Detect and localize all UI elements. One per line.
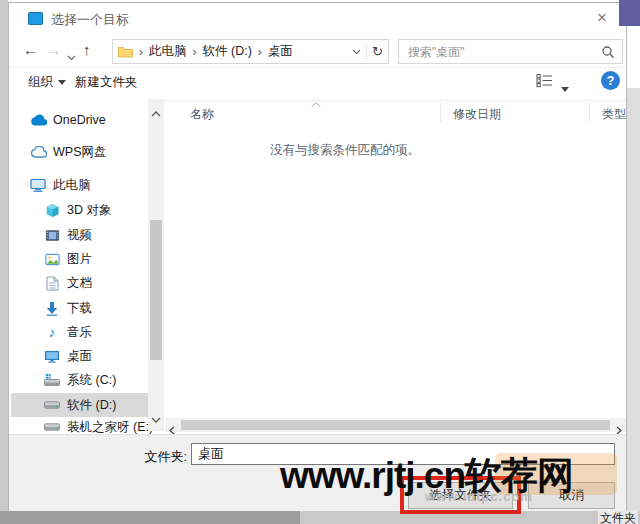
background-right-strip: 夹 夹 夹 夹 夹 夹 夹 夹 夹 夹 夹 夹 夹 [627,88,640,511]
sidebar-item-wps-cloud[interactable]: WPS网盘 [11,140,148,164]
navigation-pane: OneDrive WPS网盘 此电脑 3D 对象 视频 [9,99,157,435]
sidebar-item-drive-c[interactable]: 系统 (C:) [11,368,148,392]
sidebar-item-desktop[interactable]: 桌面 [11,344,148,368]
breadcrumb-folder-icon [118,46,133,58]
up-icon[interactable]: ↑ [83,41,91,59]
background-desktop-corner [619,0,640,26]
view-mode-caret-icon[interactable] [561,78,569,96]
sidebar-item-drive-d[interactable]: 软件 (D:) [11,393,148,417]
sidebar-item-pictures[interactable]: 图片 [11,247,148,271]
column-header-name[interactable]: 名称 [190,106,214,123]
scrollbar-thumb[interactable] [150,220,162,360]
column-header-type[interactable]: 类型 [602,106,626,123]
nav-history-chevron-icon[interactable] [67,47,76,65]
search-input[interactable] [406,44,601,60]
new-folder-label: 新建文件夹 [75,74,138,91]
search-box[interactable] [398,39,623,64]
select-target-dialog: 选择一个目标 × ← → ↑ › 此电脑 › 软件 (D:) › 桌面 ↻ [8,2,627,511]
music-note-icon: ♪ [43,325,61,339]
downloads-icon [43,301,61,316]
wps-cloud-icon [29,146,47,158]
help-button[interactable]: ? [601,71,620,90]
back-icon[interactable]: ← [23,41,38,59]
refresh-icon[interactable]: ↻ [372,44,383,59]
pictures-icon [43,253,61,266]
breadcrumb-separator: › [187,45,203,59]
breadcrumb-separator: › [133,45,149,59]
scrollbar-thumb[interactable] [181,420,610,430]
videos-icon [43,229,61,242]
sidebar-item-drive-e[interactable]: 装机之家呀 (E:) [11,415,148,435]
background-left-strip [0,0,8,511]
onedrive-cloud-icon [29,114,47,126]
sidebar-item-documents[interactable]: 文档 [11,271,148,295]
system-drive-icon [43,374,61,386]
file-list-horizontal-scrollbar[interactable] [165,418,626,432]
breadcrumb-drive-d[interactable]: 软件 (D:) [203,43,252,60]
organize-caret-icon [58,80,66,85]
file-list-header: 名称 修改日期 类型 [165,101,624,125]
dialog-folder-icon [28,11,43,29]
empty-search-message: 没有与搜索条件匹配的项。 [165,142,525,159]
close-icon[interactable]: × [590,7,614,29]
dialog-title: 选择一个目标 [51,11,129,29]
organize-label: 组织 [28,74,53,91]
screenshot-canvas: 夹 夹 夹 夹 夹 夹 夹 夹 夹 夹 夹 夹 夹 文件夹 选择一个目标 × ←… [0,0,640,524]
sort-ascending-icon [311,96,321,110]
search-icon[interactable] [601,45,615,59]
sidebar-item-onedrive[interactable]: OneDrive [11,108,148,132]
3d-cube-icon [43,203,61,218]
sidebar-item-downloads[interactable]: 下载 [11,296,148,320]
breadcrumb-separator: › [252,45,268,59]
scroll-up-icon[interactable] [151,103,161,121]
background-window-text: 文件夹 [598,510,638,524]
breadcrumb-desktop[interactable]: 桌面 [268,43,293,60]
sidebar-item-this-pc[interactable]: 此电脑 [11,173,148,197]
sidebar-item-videos[interactable]: 视频 [11,223,148,247]
sidebar-item-3d-objects[interactable]: 3D 对象 [11,198,148,222]
address-dropdown-chevron-icon[interactable] [352,49,361,55]
title-bar[interactable]: 选择一个目标 × [9,3,626,33]
sidebar-scrollbar[interactable] [148,99,164,431]
drive-icon [43,401,61,409]
watermark-primary: www.rjtj.cn软荐网 [280,451,573,501]
computer-icon [29,178,47,192]
folder-name-label: 文件夹: [127,448,187,466]
scroll-down-icon[interactable] [151,409,161,427]
address-bar[interactable]: › 此电脑 › 软件 (D:) › 桌面 ↻ [112,39,389,64]
organize-menu-button[interactable]: 组织 [28,74,66,91]
column-header-date-modified[interactable]: 修改日期 [453,106,501,123]
view-mode-icon[interactable] [536,73,553,92]
breadcrumb-this-pc[interactable]: 此电脑 [149,43,187,60]
drive-icon [43,423,61,431]
documents-icon [43,276,61,291]
new-folder-button[interactable]: 新建文件夹 [75,74,138,91]
desktop-icon [43,350,61,363]
forward-icon[interactable]: → [46,41,61,59]
sidebar-item-music[interactable]: ♪ 音乐 [11,320,148,344]
